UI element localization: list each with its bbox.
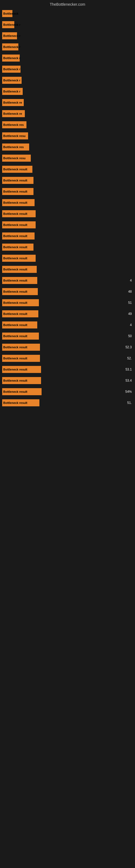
bar-container: Bottleneck result	[2, 199, 122, 206]
bar-container: Bottleneck result	[2, 399, 122, 406]
bar: Bottleneck result	[2, 288, 38, 295]
bar: Bottleneck result	[2, 199, 35, 206]
bar-label: Bottleneck r	[3, 34, 20, 37]
list-item: Bottleneck result	[2, 264, 133, 275]
list-item: Bottleneck result	[2, 164, 133, 175]
bar-value: 48	[122, 290, 133, 293]
bar-container: Bottleneck result	[2, 177, 122, 184]
bar-label: Bottleneck result	[3, 390, 27, 393]
list-item: Bottleneck result50	[2, 331, 133, 341]
list-item: Bottleneck r	[2, 53, 133, 63]
bar-label: Bottleneck r	[3, 23, 20, 26]
list-item: Bottleneck r	[2, 64, 133, 74]
list-item: Bottleneck r	[2, 75, 133, 86]
bar-label: Bottleneck result	[3, 212, 27, 215]
bar-label: Bottleneck result	[3, 201, 27, 204]
bar-label: Bottleneck result	[3, 179, 27, 182]
bar-container: Bottleneck result	[2, 388, 122, 395]
list-item: Bottleneck result54%	[2, 386, 133, 397]
list-item: Bottleneck result	[2, 209, 133, 219]
bar-container: Bottleneck	[2, 10, 122, 17]
list-item: Bottleneck r	[2, 20, 133, 30]
bar-container: Bottleneck r	[2, 88, 122, 95]
bar-value: 52.	[122, 356, 133, 360]
bar-label: Bottleneck re	[3, 101, 22, 104]
bar-value: 52.3	[122, 345, 133, 349]
bar: Bottleneck result	[2, 321, 37, 329]
bar-label: Bottleneck result	[3, 401, 27, 404]
bar: Bottleneck res	[2, 144, 29, 151]
bar: Bottleneck r	[2, 66, 20, 73]
bar-container: Bottleneck r	[2, 55, 122, 62]
list-item: Bottleneck result	[2, 253, 133, 264]
bar: Bottleneck result	[2, 299, 39, 306]
bar-label: Bottleneck result	[3, 368, 27, 371]
bar-container: Bottleneck result	[2, 188, 122, 195]
bar-label: Bottleneck r	[3, 56, 20, 60]
bar: Bottleneck result	[2, 277, 37, 284]
bar-container: Bottleneck r	[2, 32, 122, 39]
bar: Bottleneck resu	[2, 132, 28, 140]
bar-label: Bottleneck r	[3, 79, 20, 82]
list-item: Bottleneck res	[2, 142, 133, 152]
bar-container: Bottleneck result	[2, 355, 122, 362]
bar: Bottleneck result	[2, 344, 40, 351]
bar: Bottleneck result	[2, 210, 36, 217]
bar-label: Bottleneck resu	[3, 134, 26, 137]
bar-container: Bottleneck resu	[2, 132, 122, 140]
bar-label: Bottleneck	[3, 12, 18, 15]
list-item: Bottleneck re	[2, 97, 133, 108]
bar-container: Bottleneck result	[2, 310, 122, 317]
bar: Bottleneck result	[2, 388, 42, 395]
list-item: Bottleneck result52.3	[2, 342, 133, 352]
bar-label: Bottleneck result	[3, 257, 27, 260]
bar: Bottleneck	[2, 10, 12, 17]
list-item: Bottleneck result53.1	[2, 364, 133, 375]
bar-value: 53.1	[122, 368, 133, 371]
bar-label: Bottleneck result	[3, 301, 27, 304]
chart-container: BottleneckBottleneck rBottleneck rBottle…	[0, 8, 135, 408]
list-item: Bottleneck re	[2, 108, 133, 119]
list-item: Bottleneck result53.4	[2, 375, 133, 386]
bar-container: Bottleneck result	[2, 210, 122, 217]
bar-label: Bottleneck result	[3, 323, 27, 327]
bar-container: Bottleneck result	[2, 344, 122, 351]
bar-container: Bottleneck result	[2, 277, 122, 284]
bar-label: Bottleneck re	[3, 112, 22, 115]
bar-label: Bottleneck result	[3, 379, 27, 382]
bar: Bottleneck result	[2, 266, 37, 273]
bar-container: Bottleneck r	[2, 21, 122, 28]
bar-container: Bottleneck result	[2, 166, 122, 173]
bar-container: Bottleneck result	[2, 232, 122, 240]
header: TheBottlenecker.com	[0, 0, 135, 8]
bar-label: Bottleneck result	[3, 268, 27, 271]
bar-value: 4	[122, 323, 133, 327]
list-item: Bottleneck result52.	[2, 353, 133, 364]
bar-label: Bottleneck result	[3, 223, 27, 226]
bar-container: Bottleneck result	[2, 288, 122, 295]
list-item: Bottleneck r	[2, 42, 133, 52]
bar-label: Bottleneck res	[3, 123, 24, 126]
bar-container: Bottleneck result	[2, 366, 122, 373]
bar-container: Bottleneck r	[2, 77, 122, 84]
bar: Bottleneck result	[2, 310, 38, 317]
list-item: Bottleneck r	[2, 86, 133, 97]
bar: Bottleneck result	[2, 166, 32, 173]
bar: Bottleneck res	[2, 121, 27, 128]
list-item: Bottleneck result	[2, 242, 133, 252]
bar: Bottleneck r	[2, 43, 18, 51]
bar: Bottleneck result	[2, 366, 41, 373]
bar-label: Bottleneck r	[3, 67, 20, 71]
bar: Bottleneck result	[2, 221, 36, 228]
bar: Bottleneck re	[2, 99, 24, 106]
bar-label: Bottleneck r	[3, 90, 20, 93]
bar-value: 54%	[122, 390, 133, 394]
list-item: Bottleneck res	[2, 120, 133, 130]
bar-container: Bottleneck re	[2, 99, 122, 106]
bar-container: Bottleneck result	[2, 377, 122, 384]
bar: Bottleneck result	[2, 177, 34, 184]
bar: Bottleneck resu	[2, 155, 31, 162]
list-item: Bottleneck result4	[2, 320, 133, 330]
bar-container: Bottleneck result	[2, 321, 122, 329]
bar: Bottleneck r	[2, 21, 14, 28]
